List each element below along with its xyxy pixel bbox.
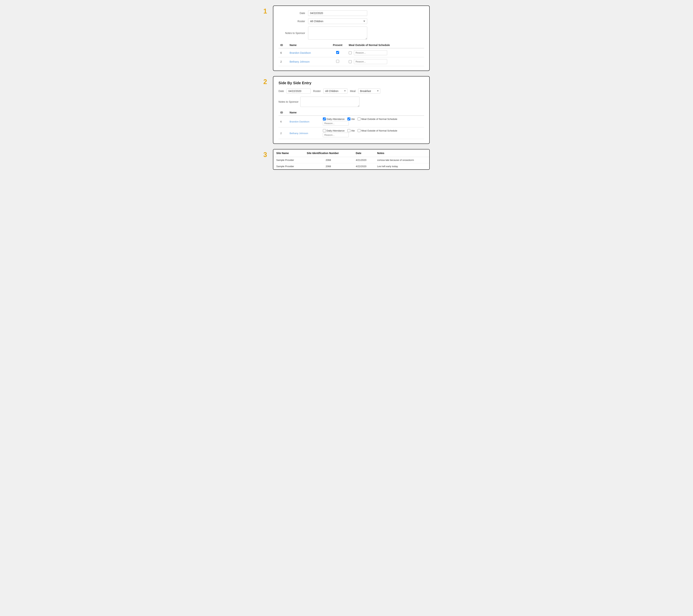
s2-notes-textarea[interactable]	[300, 97, 359, 107]
present-checkbox[interactable]	[336, 51, 339, 54]
th-id: ID	[278, 42, 288, 48]
s1-cell-present	[329, 48, 347, 57]
section-2-number: 2	[263, 78, 270, 86]
s2-cell-details: Daily Attendance Ate Meal Outside of Nor…	[321, 127, 424, 139]
table-row: 2 Bethany Johnson	[278, 57, 424, 66]
section-1-number: 1	[263, 7, 270, 15]
s2-reason-input[interactable]	[323, 132, 349, 137]
s2-th-details	[321, 109, 424, 116]
daily-attendance-label: Daily Attendance	[326, 129, 345, 132]
s3-th-date: Date	[353, 149, 374, 157]
s1-cell-name: Bethany Johnson	[288, 57, 329, 66]
meal-outside-checkbox[interactable]	[358, 129, 360, 132]
section-3-table: Site Name Site Identification Number Dat…	[273, 149, 429, 169]
s1-cell-meal	[347, 48, 424, 57]
s1-cell-meal	[347, 57, 424, 66]
s2-notes-row: Notes to Sponsor	[278, 97, 424, 107]
section-2-row: 2 Side By Side Entry Date Roster All Chi…	[263, 76, 430, 144]
page-wrapper: 1 Date Roster All Children Notes to Spon…	[263, 5, 430, 170]
s2-cell-id: 6	[278, 116, 288, 127]
s3-cell-date: 4/22/2020	[353, 163, 374, 169]
s2-notes-label: Notes to Sponsor	[278, 100, 298, 103]
s3-header-row: Site Name Site Identification Number Dat…	[273, 149, 429, 157]
s1-cell-id: 2	[278, 57, 288, 66]
s3-cell-site-id: 2068	[304, 163, 353, 169]
meal-outside-checkbox[interactable]	[358, 118, 360, 120]
s1-cell-present	[329, 57, 347, 66]
meal-outside-label: Meal Outside of Normal Schedule	[361, 118, 397, 120]
reason-input[interactable]	[354, 59, 387, 64]
section-1-row: 1 Date Roster All Children Notes to Spon…	[263, 5, 430, 71]
ate-checkbox[interactable]	[348, 129, 350, 132]
s1-cell-id: 6	[278, 48, 288, 57]
s3-th-notes: Notes	[374, 149, 429, 157]
section-2-table: ID Name 6 Brandon Davidson Daily Attenda…	[278, 109, 424, 139]
s2-header-row: ID Name	[278, 109, 424, 116]
notes-label: Notes to Sponsor	[278, 32, 308, 35]
table-row: Sample Provider 2068 4/21/2020 corissa l…	[273, 157, 429, 163]
section-2-card: Side By Side Entry Date Roster All Child…	[273, 76, 430, 144]
s2-roster-label: Roster	[313, 89, 321, 93]
section-3-card: Site Name Site Identification Number Dat…	[273, 149, 430, 170]
s2-th-id: ID	[278, 109, 288, 116]
s2-date-input[interactable]	[286, 88, 311, 94]
s3-cell-site-id: 2068	[304, 157, 353, 163]
s2-meal-label: Meal	[350, 89, 356, 93]
meal-checkbox[interactable]	[349, 52, 352, 54]
s2-roster-select[interactable]: All Children	[323, 88, 348, 94]
s3-cell-notes: Levi left early today.	[374, 163, 429, 169]
section-3-number: 3	[263, 151, 270, 159]
ate-checkbox[interactable]	[348, 118, 350, 120]
s2-meal-select[interactable]: Breakfast	[358, 88, 380, 94]
roster-label: Roster	[278, 20, 308, 23]
s2-th-name: Name	[288, 109, 321, 116]
section-2-title: Side By Side Entry	[278, 81, 424, 85]
s3-th-site-id: Site Identification Number	[304, 149, 353, 157]
s3-cell-site-name: Sample Provider	[273, 157, 304, 163]
ate-label: Ate	[351, 118, 355, 120]
s2-cell-details: Daily Attendance Ate Meal Outside of Nor…	[321, 116, 424, 127]
s3-cell-date: 4/21/2020	[353, 157, 374, 163]
roster-select[interactable]: All Children	[308, 19, 367, 24]
daily-attendance-checkbox[interactable]	[323, 129, 326, 132]
s2-cell-id: 2	[278, 127, 288, 139]
th-name: Name	[288, 42, 329, 48]
s3-cell-site-name: Sample Provider	[273, 163, 304, 169]
ate-label: Ate	[351, 129, 355, 132]
table-row: 6 Brandon Davidson	[278, 48, 424, 57]
present-checkbox[interactable]	[336, 60, 339, 63]
roster-row: Roster All Children	[278, 19, 424, 24]
daily-attendance-label: Daily Attendance	[326, 118, 345, 120]
table-header-row: ID Name Present Meal Outside of Normal S…	[278, 42, 424, 48]
s1-cell-name: Brandon Davidson	[288, 48, 329, 57]
notes-textarea[interactable]	[308, 26, 367, 40]
date-input[interactable]	[308, 11, 367, 16]
th-meal: Meal Outside of Normal Schedule	[347, 42, 424, 48]
section-1-card: Date Roster All Children Notes to Sponso…	[273, 5, 430, 71]
meal-outside-label: Meal Outside of Normal Schedule	[361, 129, 397, 132]
s2-cell-name: Bethany Johnson	[288, 127, 321, 139]
notes-row: Notes to Sponsor	[278, 26, 424, 40]
section-2-form: Date Roster All Children Meal Breakfast	[278, 88, 424, 94]
meal-checkbox[interactable]	[349, 60, 352, 63]
reason-input[interactable]	[354, 50, 387, 55]
table-row: Sample Provider 2068 4/22/2020 Levi left…	[273, 163, 429, 169]
date-row: Date	[278, 11, 424, 16]
s3-cell-notes: corissa late because of snowstorm	[374, 157, 429, 163]
daily-attendance-checkbox[interactable]	[323, 118, 326, 120]
s2-date-label: Date	[278, 89, 284, 93]
s2-cell-name: Brandon Davidson	[288, 116, 321, 127]
section-1-table: ID Name Present Meal Outside of Normal S…	[278, 42, 424, 66]
date-label: Date	[278, 12, 308, 15]
s2-reason-input[interactable]	[323, 121, 349, 126]
section-3-row: 3 Site Name Site Identification Number D…	[263, 149, 430, 170]
s3-th-site-name: Site Name	[273, 149, 304, 157]
table-row: 6 Brandon Davidson Daily Attendance Ate …	[278, 116, 424, 127]
table-row: 2 Bethany Johnson Daily Attendance Ate M…	[278, 127, 424, 139]
th-present: Present	[329, 42, 347, 48]
